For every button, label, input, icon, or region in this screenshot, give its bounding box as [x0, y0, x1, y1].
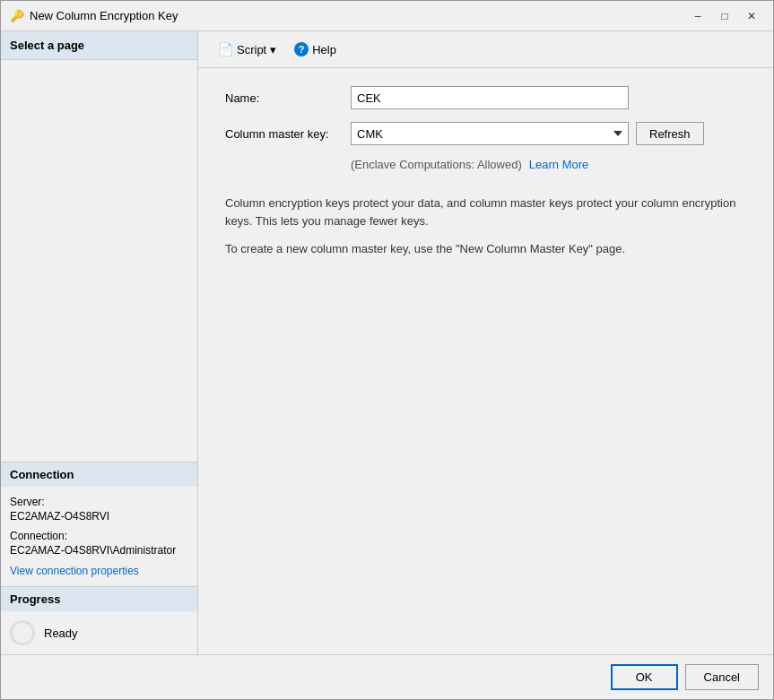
- name-label: Name:: [225, 91, 351, 105]
- dialog-icon: 🔑: [10, 9, 24, 23]
- dialog-title: New Column Encryption Key: [30, 9, 685, 22]
- select-container: CMK Refresh: [351, 122, 704, 145]
- form-area: Name: Column master key: CMK Refresh (E: [198, 68, 773, 654]
- progress-header: Progress: [1, 587, 197, 611]
- server-value: EC2AMAZ-O4S8RVI: [10, 510, 188, 523]
- progress-content: Ready: [1, 611, 197, 654]
- maximize-button[interactable]: □: [712, 6, 737, 26]
- learn-more-link[interactable]: Learn More: [529, 158, 588, 171]
- close-button[interactable]: ✕: [739, 6, 764, 26]
- dialog-body: Select a page Connection Server: EC2AMAZ…: [1, 31, 773, 654]
- enclave-row: (Enclave Computations: Allowed) Learn Mo…: [351, 158, 746, 171]
- name-input[interactable]: [351, 86, 629, 109]
- column-master-key-row: Column master key: CMK Refresh: [225, 122, 746, 145]
- name-row: Name:: [225, 86, 746, 109]
- script-dropdown-icon: ▾: [270, 43, 276, 56]
- sidebar-header: Select a page: [1, 31, 197, 60]
- help-button[interactable]: ? Help: [287, 39, 344, 60]
- ok-button[interactable]: OK: [611, 664, 678, 690]
- cmk-select[interactable]: CMK: [351, 122, 629, 145]
- view-connection-properties-link[interactable]: View connection properties: [10, 565, 139, 577]
- server-label: Server:: [10, 496, 188, 508]
- help-icon: ?: [294, 42, 309, 56]
- script-icon: 📄: [218, 42, 233, 56]
- title-bar: 🔑 New Column Encryption Key – □ ✕: [1, 1, 773, 31]
- toolbar: 📄 Script ▾ ? Help: [198, 31, 773, 68]
- ready-status: Ready: [44, 627, 78, 640]
- main-dialog: 🔑 New Column Encryption Key – □ ✕ Select…: [0, 0, 774, 700]
- sidebar-progress-section: Progress Ready: [1, 586, 197, 654]
- cancel-button[interactable]: Cancel: [685, 664, 759, 690]
- progress-spinner: [10, 620, 35, 645]
- help-label: Help: [312, 43, 336, 56]
- dialog-footer: OK Cancel: [1, 654, 773, 699]
- refresh-button[interactable]: Refresh: [636, 122, 704, 145]
- connection-value: EC2AMAZ-O4S8RVI\Administrator: [10, 544, 188, 557]
- sidebar-pages: [1, 60, 197, 462]
- minimize-button[interactable]: –: [685, 6, 710, 26]
- description-2: To create a new column master key, use t…: [225, 240, 745, 258]
- main-content: 📄 Script ▾ ? Help Name: Column ma: [198, 31, 773, 654]
- script-label: Script: [237, 43, 266, 56]
- description-1: Column encryption keys protect your data…: [225, 194, 745, 229]
- connection-header: Connection: [1, 462, 197, 487]
- column-master-key-label: Column master key:: [225, 127, 351, 141]
- description-area: Column encryption keys protect your data…: [225, 186, 745, 278]
- connection-label: Connection:: [10, 530, 188, 542]
- connection-content: Server: EC2AMAZ-O4S8RVI Connection: EC2A…: [1, 487, 197, 586]
- script-button[interactable]: 📄 Script ▾: [211, 39, 283, 60]
- enclave-text: (Enclave Computations: Allowed): [351, 158, 522, 171]
- title-bar-buttons: – □ ✕: [685, 6, 764, 26]
- sidebar-connection-section: Connection Server: EC2AMAZ-O4S8RVI Conne…: [1, 462, 197, 586]
- sidebar: Select a page Connection Server: EC2AMAZ…: [1, 31, 198, 654]
